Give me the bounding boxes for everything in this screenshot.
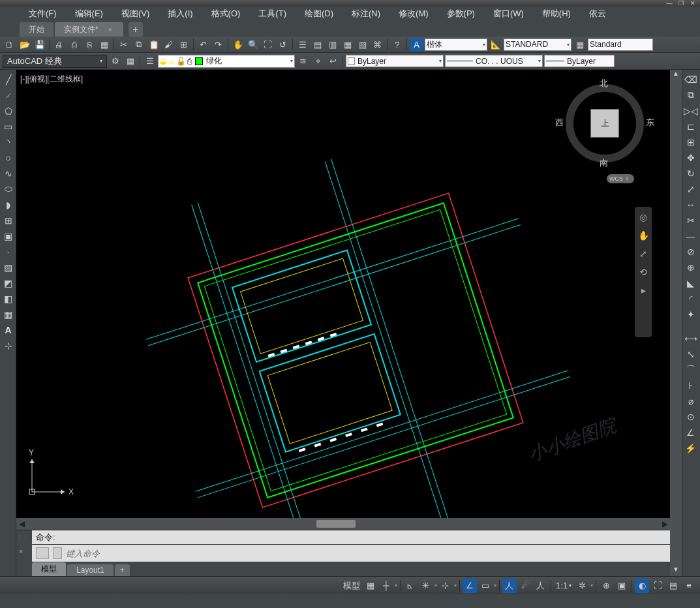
scroll-left-icon[interactable]: ◀ xyxy=(16,519,27,528)
copy-icon[interactable]: ⧉ xyxy=(132,38,145,52)
erase-icon[interactable]: ⌫ xyxy=(684,72,697,86)
tab-add-button[interactable]: + xyxy=(129,22,143,37)
otrack-icon[interactable]: ∠ xyxy=(463,579,477,593)
lineweight-select[interactable]: ByLayer xyxy=(544,55,615,67)
array-icon[interactable]: ⊞ xyxy=(684,135,697,149)
rotate-icon[interactable]: ↻ xyxy=(684,166,697,180)
dim-arc-icon[interactable]: ⌒ xyxy=(684,363,697,376)
dim-aligned-icon[interactable]: ⤡ xyxy=(684,347,697,361)
layer-select[interactable]: ◒ ☼ 🔓 ⎙ 绿化 ▾ xyxy=(158,55,295,68)
make-block-icon[interactable]: ▣ xyxy=(1,229,15,243)
menu-file[interactable]: 文件(F) xyxy=(20,7,66,21)
dim-style-icon[interactable]: 📐 xyxy=(489,38,502,52)
drawing-viewport[interactable]: [-][俯视][二维线框] xyxy=(16,70,670,518)
compass-west[interactable]: 西 xyxy=(555,117,564,129)
anno-vis-icon[interactable]: ✲ xyxy=(575,579,589,593)
point-icon[interactable]: · xyxy=(1,245,15,258)
explode-icon[interactable]: ✦ xyxy=(684,307,697,321)
extend-icon[interactable]: — xyxy=(684,229,697,243)
command-button[interactable]: >_ xyxy=(36,547,49,559)
menu-view[interactable]: 视图(V) xyxy=(112,7,159,21)
spline-icon[interactable]: ∿ xyxy=(1,166,15,180)
ws-switch-icon[interactable]: ⊕ xyxy=(599,579,613,593)
publish-icon[interactable]: ⎘ xyxy=(82,38,96,52)
compass-south[interactable]: 南 xyxy=(600,157,608,169)
tab-add-layout[interactable]: + xyxy=(115,564,130,576)
command-input[interactable] xyxy=(66,547,666,559)
cmd-close-icon[interactable]: × xyxy=(19,547,23,555)
gradient-icon[interactable]: ◩ xyxy=(1,276,15,290)
line-icon[interactable]: ╱ xyxy=(1,72,15,86)
ellipse-icon[interactable]: ⬭ xyxy=(1,182,15,196)
dim-linear-icon[interactable]: ⟷ xyxy=(684,331,697,345)
table-style-icon[interactable]: ▦ xyxy=(573,38,586,52)
chevron-down-icon[interactable]: ▾ xyxy=(395,583,397,588)
chamfer-icon[interactable]: ◣ xyxy=(684,276,697,290)
mirror-icon[interactable]: ▷◁ xyxy=(684,104,697,117)
model-space-button[interactable]: 模型 xyxy=(341,579,362,593)
layer-props-icon[interactable]: ☰ xyxy=(143,54,157,68)
scroll-down-icon[interactable]: ▼ xyxy=(670,566,682,576)
dim-diameter-icon[interactable]: ⊙ xyxy=(684,410,697,423)
grid-icon[interactable]: ▦ xyxy=(363,579,378,593)
chevron-down-icon[interactable]: ▾ xyxy=(590,583,593,588)
menu-draw[interactable]: 绘图(D) xyxy=(296,7,342,21)
region-icon[interactable]: ◧ xyxy=(1,292,15,305)
undo-icon[interactable]: ↶ xyxy=(196,38,210,52)
font-select[interactable]: 楷体 ▾ xyxy=(425,38,487,51)
addline-icon[interactable]: ⊹ xyxy=(1,339,15,352)
menu-parametric[interactable]: 参数(P) xyxy=(438,7,484,21)
menu-format[interactable]: 格式(O) xyxy=(202,7,250,21)
view-cube[interactable]: 上 北 南 东 西 xyxy=(559,78,650,169)
menu-edit[interactable]: 编辑(E) xyxy=(66,7,112,21)
window-max[interactable]: ❐ xyxy=(677,1,686,7)
ortho-icon[interactable]: ⊾ xyxy=(403,579,418,593)
dimstyle-select[interactable]: Standard xyxy=(588,38,653,51)
wcs-button[interactable]: WCS▿ xyxy=(607,174,634,183)
linetype-select[interactable]: CO. . . UOUS ▾ xyxy=(445,55,543,67)
menu-window[interactable]: 窗口(W) xyxy=(484,7,533,21)
zoom-icon[interactable]: 🔍 xyxy=(246,38,260,52)
window-close[interactable]: ✕ xyxy=(688,1,697,7)
polygon-icon[interactable]: ⬠ xyxy=(1,104,15,117)
stretch-icon[interactable]: ↔ xyxy=(684,198,697,211)
menu-tools[interactable]: 工具(T) xyxy=(249,7,296,21)
hatch-icon[interactable]: ▨ xyxy=(1,260,15,274)
text-style-icon[interactable]: A xyxy=(410,38,423,52)
insert-block-icon[interactable]: ⊞ xyxy=(1,213,15,227)
showmotion-icon[interactable]: ▸ xyxy=(637,284,650,297)
workspace-gear-icon[interactable]: ⚙ xyxy=(108,54,122,68)
menu-help[interactable]: 帮助(H) xyxy=(533,7,580,21)
dim-ordinate-icon[interactable]: ⊦ xyxy=(684,378,697,392)
polar-icon[interactable]: ✳ xyxy=(419,579,433,593)
scroll-right-icon[interactable]: ▶ xyxy=(660,519,670,528)
workspace-select[interactable]: AutoCAD 经典 ▾ xyxy=(3,55,107,68)
table-icon[interactable]: ▦ xyxy=(1,307,15,321)
tpy-icon[interactable]: 人 xyxy=(534,579,548,593)
arc-icon[interactable]: ◝ xyxy=(1,135,15,149)
plot-icon[interactable]: ▦ xyxy=(97,38,111,52)
tab-model[interactable]: 模型 xyxy=(32,562,66,576)
tool-palette-icon[interactable]: ▥ xyxy=(326,38,339,52)
markup-icon[interactable]: ▧ xyxy=(356,38,369,52)
command-history[interactable]: 命令: xyxy=(32,530,670,545)
ducs-icon[interactable]: ▭ xyxy=(478,579,493,593)
pan-hand-icon[interactable]: ✋ xyxy=(637,229,650,242)
move-icon[interactable]: ✥ xyxy=(684,151,697,164)
chevron-down-icon[interactable]: ▾ xyxy=(494,583,496,588)
scroll-thumb[interactable] xyxy=(316,520,356,528)
redo-icon[interactable]: ↷ xyxy=(211,38,225,52)
open-icon[interactable]: 📂 xyxy=(18,38,31,52)
fillet-icon[interactable]: ◜ xyxy=(684,292,697,305)
horizontal-scrollbar[interactable]: ◀ ▶ xyxy=(16,518,670,530)
tab-close-icon[interactable]: × xyxy=(106,25,114,33)
mtext-icon[interactable]: A xyxy=(1,323,15,337)
tab-layout1[interactable]: Layout1 xyxy=(67,564,114,576)
clean-screen-icon[interactable]: ⛶ xyxy=(650,579,665,593)
zoom-previous-icon[interactable]: ↺ xyxy=(276,38,290,52)
menu-insert[interactable]: 插入(I) xyxy=(159,7,202,21)
block-icon[interactable]: ⊞ xyxy=(177,38,190,52)
osnap-icon[interactable]: ⊹ xyxy=(438,579,453,593)
linecolor-select[interactable]: ByLayer ▾ xyxy=(346,55,444,67)
trim-icon[interactable]: ✂ xyxy=(684,213,697,227)
